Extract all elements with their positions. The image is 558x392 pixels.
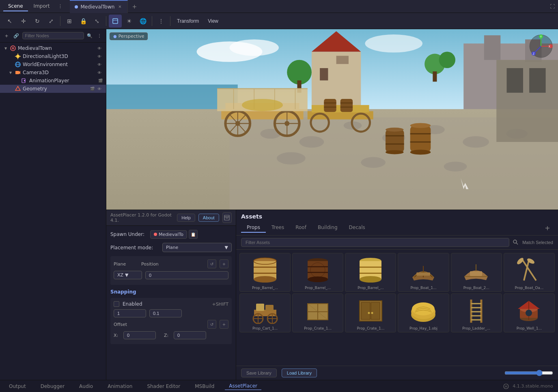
- asset-item-crate1[interactable]: Prop_Crate_1...: [292, 293, 343, 332]
- visibility-btn-1[interactable]: 👁: [96, 53, 103, 60]
- tree-item-animplayer[interactable]: ▶ AnimationPlayer 🎬: [0, 77, 106, 85]
- asset-item-boat2[interactable]: Prop_Boat_2...: [451, 253, 502, 292]
- plane-section: Plane Position ↺ + XZ ▼: [110, 256, 232, 285]
- tree-item-worldenv[interactable]: ▶ WorldEnvironment 👁: [0, 60, 106, 69]
- expand-arrow[interactable]: ▼: [3, 46, 8, 51]
- match-selected-btn[interactable]: Match Selected: [522, 240, 553, 245]
- reset-position-btn[interactable]: ↺: [207, 259, 216, 268]
- search-btn[interactable]: 🔍: [86, 31, 94, 41]
- tab-props[interactable]: Props: [241, 223, 266, 233]
- tab-trees[interactable]: Trees: [266, 223, 290, 233]
- instance-btn[interactable]: 🔗: [12, 31, 20, 41]
- tree-item-dirlight[interactable]: ▶ DirectionalLight3D 👁: [0, 52, 106, 60]
- medieval-town-tab[interactable]: MedievalTown ✕: [70, 0, 128, 13]
- add-offset-btn[interactable]: +: [220, 320, 228, 329]
- asset-item-barrel2[interactable]: Prop_Barrel_...: [292, 253, 343, 292]
- filter-assets-input[interactable]: [241, 238, 509, 247]
- tab-roof[interactable]: Roof: [290, 223, 312, 233]
- position-input[interactable]: [145, 271, 228, 279]
- transform-menu[interactable]: Transform: [173, 17, 203, 26]
- placement-select[interactable]: Plane ▼: [162, 243, 232, 252]
- offset-label: Offset: [114, 322, 204, 327]
- tree-item-medievaltown[interactable]: ▼ MedievalTown 👁: [0, 44, 106, 52]
- scale-tool[interactable]: ⤢: [45, 15, 58, 28]
- asset-item-cart1[interactable]: Prop_Cart_1...: [239, 293, 291, 332]
- status-tab-output[interactable]: Output: [5, 383, 30, 390]
- status-tab-animation[interactable]: Animation: [103, 383, 136, 390]
- asset-item-crate2[interactable]: Prop_Crate_1...: [345, 293, 396, 332]
- reset-offset-btn[interactable]: ↺: [207, 320, 216, 329]
- snap-value-1[interactable]: [114, 309, 146, 317]
- svg-rect-144: [361, 302, 370, 319]
- tree-item-camera[interactable]: ▼ Camera3D 👁: [0, 69, 106, 77]
- select-tool[interactable]: ↖: [3, 15, 16, 28]
- archive-icon-btn[interactable]: [222, 212, 232, 223]
- asset-item-ladder1[interactable]: Prop_Ladder_...: [451, 293, 502, 332]
- visibility-btn-5[interactable]: 👁: [96, 86, 103, 92]
- asset-item-well1[interactable]: Prop_Well_1...: [504, 293, 555, 332]
- snap-value-2[interactable]: [149, 309, 182, 317]
- viewport-3d[interactable]: ● Perspective X Y Z: [106, 29, 558, 210]
- help-btn[interactable]: Help: [177, 214, 195, 222]
- expand-btn[interactable]: ⤡: [90, 15, 103, 28]
- svg-rect-80: [410, 126, 431, 152]
- light-btn[interactable]: ☀: [123, 15, 136, 28]
- tree-item-geometry[interactable]: ▶ Geometry 🎬 👁: [0, 85, 106, 93]
- more-options-icon[interactable]: ⋮: [55, 2, 65, 11]
- asset-item-boat1[interactable]: Prop_Boat_1...: [398, 253, 449, 292]
- more-scene-btn[interactable]: ⋮: [95, 31, 103, 41]
- assets-panel: Assets Props Trees Roof Building Decals …: [236, 210, 558, 380]
- maximize-btn[interactable]: ⛶: [547, 1, 558, 12]
- axis-dropdown[interactable]: XZ ▼: [114, 271, 142, 279]
- tab-decals[interactable]: Decals: [343, 223, 371, 233]
- tab-scene[interactable]: Scene: [3, 2, 28, 11]
- tab-import[interactable]: Import: [29, 2, 55, 11]
- asset-name-barrel1: Prop_Barrel_...: [241, 286, 289, 290]
- status-tab-assetplacer[interactable]: AssetPlacer: [225, 382, 261, 390]
- zoom-slider[interactable]: [504, 370, 553, 376]
- env-btn[interactable]: 🌐: [136, 15, 149, 28]
- enabled-checkbox[interactable]: [114, 301, 119, 307]
- spawn-node-select-btn[interactable]: 📋: [189, 230, 198, 239]
- new-tab-btn[interactable]: +: [129, 2, 139, 11]
- lock-btn[interactable]: 🔒: [77, 15, 90, 28]
- x-input[interactable]: [123, 331, 156, 339]
- status-right: M 4.1.3.stable.mono: [503, 383, 553, 390]
- spawn-node-ref[interactable]: MedievalTo: [150, 230, 187, 239]
- filter-nodes-input[interactable]: [22, 32, 84, 39]
- tab-close-btn[interactable]: ✕: [117, 4, 123, 10]
- svg-point-101: [513, 240, 517, 243]
- viewport-gizmo[interactable]: X Y Z: [529, 34, 553, 58]
- 3d-view-btn[interactable]: [109, 15, 122, 28]
- status-tab-debugger[interactable]: Debugger: [37, 383, 69, 390]
- status-tab-audio[interactable]: Audio: [75, 383, 97, 390]
- status-tab-shader[interactable]: Shader Editor: [143, 383, 184, 390]
- svg-point-79: [386, 150, 404, 154]
- save-library-btn[interactable]: Save Library: [241, 368, 277, 377]
- svg-point-3: [12, 47, 14, 49]
- visibility-btn-2[interactable]: 👁: [96, 61, 103, 68]
- placement-mode-row: Placement mode: Plane ▼: [110, 243, 232, 252]
- asset-item-barrel3[interactable]: Prop_Barrel_...: [345, 253, 396, 292]
- visibility-btn-3[interactable]: 👁: [96, 69, 103, 76]
- tab-building[interactable]: Building: [312, 223, 343, 233]
- add-position-btn[interactable]: +: [220, 259, 228, 268]
- add-tab-btn[interactable]: +: [542, 222, 553, 233]
- about-btn[interactable]: About: [198, 214, 219, 222]
- rotate-tool[interactable]: ↻: [31, 15, 44, 28]
- expand-arrow-3[interactable]: ▼: [8, 70, 13, 75]
- load-library-btn[interactable]: Load Library: [282, 368, 317, 377]
- x-label: X:: [114, 333, 120, 338]
- asset-thumb-boat2: [460, 256, 493, 284]
- add-node-btn[interactable]: +: [2, 31, 11, 41]
- z-input[interactable]: [174, 331, 206, 339]
- snap-grid-btn[interactable]: ⊞: [63, 15, 76, 28]
- view-menu[interactable]: View: [204, 17, 222, 26]
- asset-item-barrel1[interactable]: Prop_Barrel_...: [239, 253, 291, 292]
- move-tool[interactable]: ✛: [17, 15, 30, 28]
- asset-item-hay1[interactable]: Prop_Hay_1.obj: [398, 293, 449, 332]
- status-tab-msbuild[interactable]: MSBuild: [191, 383, 218, 390]
- more-btn[interactable]: ⋮: [155, 15, 168, 28]
- asset-item-boatoar[interactable]: Prop_Boat_Oa...: [504, 253, 555, 292]
- visibility-btn-0[interactable]: 👁: [96, 45, 103, 51]
